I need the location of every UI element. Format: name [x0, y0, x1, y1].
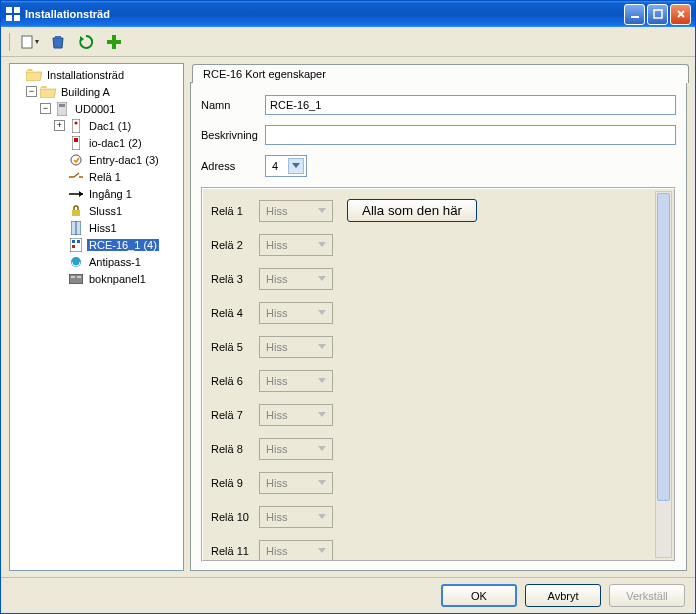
tree-item[interactable]: io-dac1 (2): [52, 134, 183, 151]
chevron-down-icon: [314, 203, 330, 219]
collapse-icon[interactable]: −: [40, 103, 51, 114]
tree-item[interactable]: + Dac1 (1): [52, 117, 183, 134]
relay-select[interactable]: Hiss: [259, 268, 333, 290]
tree-item[interactable]: boknpanel1: [52, 270, 183, 287]
relay-label: Relä 6: [211, 375, 259, 387]
tree-item-label: Relä 1: [87, 171, 123, 183]
svg-rect-13: [107, 40, 121, 44]
close-button[interactable]: [670, 4, 691, 25]
svg-rect-8: [22, 36, 32, 48]
button-label: OK: [471, 590, 487, 602]
tree-item[interactable]: − Building A: [24, 83, 183, 100]
refresh-button[interactable]: [76, 32, 96, 52]
unit-icon: [54, 102, 70, 116]
name-input[interactable]: [265, 95, 676, 115]
relay-label: Relä 9: [211, 477, 259, 489]
svg-rect-34: [69, 274, 83, 284]
tree-item[interactable]: Antipass-1: [52, 253, 183, 270]
titlebar: Installationsträd: [1, 1, 695, 27]
relay-row: Relä 10Hiss: [211, 506, 650, 528]
expand-icon[interactable]: +: [54, 120, 65, 131]
tree-item-label: Ingång 1: [87, 188, 134, 200]
relay-value: Hiss: [266, 239, 287, 251]
properties-pane: RCE-16 Kort egenskaper Namn Beskrivning …: [190, 63, 687, 571]
minimize-button[interactable]: [624, 4, 645, 25]
tree-item-label: RCE-16_1 (4): [87, 239, 159, 251]
tree-item[interactable]: Entry-dac1 (3): [52, 151, 183, 168]
ok-button[interactable]: OK: [441, 584, 517, 607]
tree-item[interactable]: Ingång 1: [52, 185, 183, 202]
tree-item[interactable]: Hiss1: [52, 219, 183, 236]
relay-label: Relä 10: [211, 511, 259, 523]
relay-label: Relä 5: [211, 341, 259, 353]
scrollbar-thumb[interactable]: [657, 193, 670, 501]
delete-button[interactable]: [48, 32, 68, 52]
relay-row: Relä 4Hiss: [211, 302, 650, 324]
relay-select[interactable]: Hiss: [259, 472, 333, 494]
dialog-buttons: OK Avbryt Verkställ: [1, 577, 695, 613]
tree-item[interactable]: Relä 1: [52, 168, 183, 185]
description-label: Beskrivning: [201, 129, 265, 141]
chevron-down-icon: [288, 158, 304, 174]
svg-rect-3: [14, 15, 20, 21]
tree-item-label: Entry-dac1 (3): [87, 154, 161, 166]
relay-value: Hiss: [266, 375, 287, 387]
svg-rect-2: [6, 15, 12, 21]
svg-rect-36: [77, 276, 81, 278]
tree-item-label: Hiss1: [87, 222, 119, 234]
relay-select[interactable]: Hiss: [259, 302, 333, 324]
tree-item[interactable]: Installationsträd: [10, 66, 183, 83]
content: Installationsträd − Building A: [1, 57, 695, 577]
new-dropdown-button[interactable]: [20, 32, 40, 52]
tree-item-label: boknpanel1: [87, 273, 148, 285]
relay-select[interactable]: Hiss: [259, 438, 333, 460]
collapse-icon[interactable]: −: [26, 86, 37, 97]
relay-row: Relä 9Hiss: [211, 472, 650, 494]
tree-item-label: Sluss1: [87, 205, 124, 217]
relay-select[interactable]: Hiss: [259, 506, 333, 528]
relay-select[interactable]: Hiss: [259, 404, 333, 426]
svg-rect-26: [72, 210, 80, 216]
tree-item[interactable]: Sluss1: [52, 202, 183, 219]
add-button[interactable]: [104, 32, 124, 52]
relay-list: Relä 1HissAlla som den härRelä 2HissRelä…: [211, 199, 650, 562]
relay-row: Relä 8Hiss: [211, 438, 650, 460]
svg-marker-47: [318, 514, 326, 519]
relay-select[interactable]: Hiss: [259, 234, 333, 256]
button-label: Avbryt: [548, 590, 579, 602]
svg-marker-48: [318, 548, 326, 553]
tree-item[interactable]: RCE-16_1 (4): [52, 236, 183, 253]
address-label: Adress: [201, 160, 265, 172]
address-select[interactable]: 4: [265, 155, 307, 177]
svg-rect-16: [72, 119, 80, 133]
svg-marker-39: [318, 242, 326, 247]
chevron-down-icon: [314, 407, 330, 423]
relay-select[interactable]: Hiss: [259, 540, 333, 562]
tab-properties[interactable]: RCE-16 Kort egenskaper: [192, 64, 689, 83]
relay-select[interactable]: Hiss: [259, 200, 333, 222]
relay-select[interactable]: Hiss: [259, 370, 333, 392]
svg-marker-11: [80, 36, 84, 42]
svg-rect-31: [77, 240, 80, 243]
relay-value: Hiss: [266, 443, 287, 455]
tree-item-label: Building A: [59, 86, 112, 98]
cancel-button[interactable]: Avbryt: [525, 584, 601, 607]
chevron-down-icon: [314, 441, 330, 457]
relay-select[interactable]: Hiss: [259, 336, 333, 358]
relay-value: Hiss: [266, 341, 287, 353]
tree-item[interactable]: − UD0001: [38, 100, 183, 117]
entry-dac-icon: [68, 153, 84, 167]
scrollbar[interactable]: [655, 191, 672, 558]
maximize-button[interactable]: [647, 4, 668, 25]
all-like-this-button[interactable]: Alla som den här: [347, 199, 477, 222]
io-dac-icon: [68, 136, 84, 150]
tree-item-label: Antipass-1: [87, 256, 143, 268]
svg-rect-35: [71, 276, 75, 278]
relay-label: Relä 2: [211, 239, 259, 251]
svg-rect-1: [14, 7, 20, 13]
tree-building: − Building A − UD0001: [24, 83, 183, 287]
svg-marker-44: [318, 412, 326, 417]
relay-row: Relä 1HissAlla som den här: [211, 199, 650, 222]
description-input[interactable]: [265, 125, 676, 145]
tree-view[interactable]: Installationsträd − Building A: [9, 63, 184, 571]
